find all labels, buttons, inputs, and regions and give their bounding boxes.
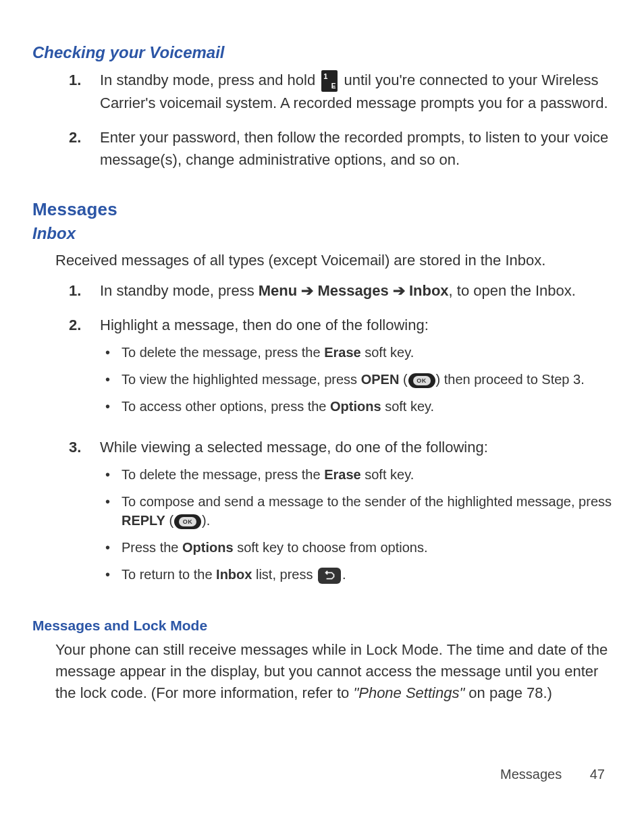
- bullet-item: To view the highlighted message, press O…: [100, 370, 612, 397]
- reference-phone-settings: "Phone Settings": [353, 684, 464, 701]
- text-segment: (: [165, 513, 173, 528]
- erase-label: Erase: [324, 345, 361, 360]
- heading-messages: Messages: [32, 199, 612, 220]
- arrow-icon: ➔: [389, 282, 409, 299]
- bullet-item: To delete the message, press the Erase s…: [100, 343, 612, 370]
- text-segment: .: [342, 567, 346, 582]
- inbox-steps: In standby mode, press Menu ➔ Messages ➔…: [32, 279, 612, 604]
- voicemail-steps: In standby mode, press and hold until yo…: [32, 69, 612, 183]
- text-segment: To delete the message, press the: [122, 345, 324, 360]
- footer-section-label: Messages: [500, 767, 562, 782]
- back-key-icon: ⮌: [318, 568, 341, 584]
- text-segment: To delete the message, press the: [122, 467, 324, 482]
- key-1-icon: [321, 70, 338, 92]
- text-segment: In standby mode, press: [100, 282, 259, 299]
- page-number: 47: [590, 767, 605, 782]
- bullet-item: To compose and send a message to the sen…: [100, 492, 612, 538]
- text-segment: soft key to choose from options.: [234, 540, 428, 555]
- text-segment: list, press: [252, 567, 317, 582]
- inbox-step-2: Highlight a message, then do one of the …: [32, 314, 612, 436]
- inbox-intro: Received messages of all types (except V…: [55, 250, 612, 271]
- ok-key-icon: OK: [174, 514, 201, 529]
- options-label: Options: [330, 399, 381, 414]
- messages-label: Messages: [317, 282, 388, 299]
- text-segment: ): [436, 372, 444, 387]
- text-segment: Press the: [122, 540, 182, 555]
- heading-lock-mode: Messages and Lock Mode: [32, 618, 612, 634]
- heading-inbox: Inbox: [32, 224, 612, 243]
- open-label: OPEN: [361, 372, 400, 387]
- inbox-label: Inbox: [409, 282, 449, 299]
- page-footer: Messages 47: [500, 767, 605, 782]
- text-segment: To return to the: [122, 567, 216, 582]
- bullet-item: To delete the message, press the Erase s…: [100, 465, 612, 492]
- text-segment: Enter your password, then follow the rec…: [100, 129, 608, 168]
- bullet-item: To return to the Inbox list, press ⮌.: [100, 565, 612, 592]
- text-segment: then proceed to Step 3.: [444, 372, 585, 387]
- text-segment: , to open the Inbox.: [449, 282, 576, 299]
- voicemail-step-2: Enter your password, then follow the rec…: [32, 126, 612, 183]
- options-label: Options: [182, 540, 234, 555]
- text-segment: To access other options, press the: [122, 399, 330, 414]
- inbox-label: Inbox: [216, 567, 252, 582]
- inbox-step-2-bullets: To delete the message, press the Erase s…: [100, 343, 612, 424]
- ok-label: OK: [179, 517, 196, 526]
- arrow-icon: ➔: [297, 282, 317, 299]
- reply-label: REPLY: [122, 513, 165, 528]
- text-segment: soft key.: [361, 467, 414, 482]
- ok-label: OK: [413, 376, 431, 385]
- lock-mode-text: Your phone can still receive messages wh…: [55, 639, 612, 704]
- text-segment: To view the highlighted message, press: [122, 372, 361, 387]
- heading-voicemail: Checking your Voicemail: [32, 43, 612, 62]
- inbox-step-1: In standby mode, press Menu ➔ Messages ➔…: [32, 279, 612, 314]
- text-segment: soft key.: [381, 399, 435, 414]
- ok-key-icon: OK: [408, 373, 435, 388]
- text-segment: To compose and send a message to the sen…: [122, 494, 612, 509]
- inbox-step-3: While viewing a selected message, do one…: [32, 436, 612, 604]
- manual-page: Checking your Voicemail In standby mode,…: [0, 0, 644, 816]
- menu-label: Menu: [259, 282, 297, 299]
- text-segment: (: [399, 372, 407, 387]
- erase-label: Erase: [324, 467, 361, 482]
- text-segment: While viewing a selected message, do one…: [100, 439, 488, 456]
- text-segment: Highlight a message, then do one of the …: [100, 317, 429, 333]
- text-segment: In standby mode, press and hold: [100, 72, 319, 88]
- bullet-item: To access other options, press the Optio…: [100, 397, 612, 424]
- text-segment: on page 78.): [464, 684, 552, 701]
- bullet-item: Press the Options soft key to choose fro…: [100, 538, 612, 565]
- text-segment: soft key.: [361, 345, 414, 360]
- voicemail-step-1: In standby mode, press and hold until yo…: [32, 69, 612, 126]
- inbox-step-3-bullets: To delete the message, press the Erase s…: [100, 465, 612, 592]
- text-segment: ).: [202, 513, 210, 528]
